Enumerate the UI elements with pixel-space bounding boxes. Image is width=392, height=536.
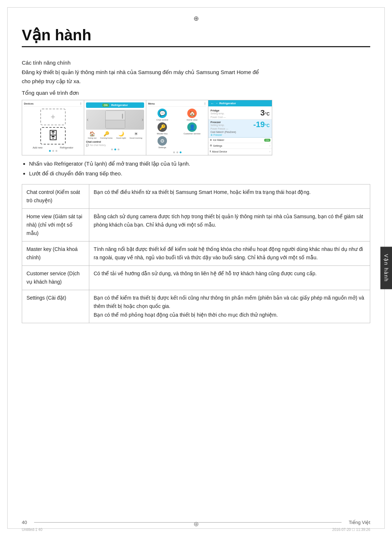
ice-on-badge: ON <box>264 139 270 142</box>
screen1-labels: Add new Refrigerator <box>24 146 82 149</box>
table-row: Master key (Chìa khoá chính) Tính năng n… <box>22 241 370 265</box>
table-row: Settings (Cài đặt) Bạn có thể kiểm tra t… <box>22 290 370 323</box>
freezer-section: Freezer Setting temp. Power Freeze — -19… <box>208 119 272 138</box>
desc-customer-service: Có thể tải về hướng dẫn sử dụng, và thôn… <box>89 266 370 290</box>
desc-line1: Đăng ký thiết bị quản lý thông minh tại … <box>22 68 370 77</box>
page-meta-right: 2016-07-20 ☐ 11:39:26 <box>332 528 370 532</box>
screen-refrigerator: ON Refrigerator ‹ › 🏠 Going out 🔑 Coming… <box>84 100 146 155</box>
settings-icon: ⚙ <box>158 136 167 146</box>
going-out-label: Going out <box>88 137 97 139</box>
about-icon: ℹ <box>210 150 211 153</box>
customer-service-item: 👤 Customer service <box>178 122 206 135</box>
bullet-2: Lướt để di chuyển đến trang tiếp theo. <box>29 169 370 178</box>
home-mode-icons: 🏠 Going out 🔑 Coming home 🌙 Good night ☀… <box>86 131 144 139</box>
refrigerator-dashed: 🗄 <box>40 127 66 145</box>
going-out-icon: 🏠 <box>89 131 95 137</box>
dot-1 <box>111 149 113 150</box>
screen2-on-badge: ON Refrigerator <box>86 102 144 108</box>
add-device-area: + <box>40 109 66 125</box>
menu-grid: 💬 Chat control 🏠 Home view 🔑 Master key … <box>148 109 206 149</box>
term-master-key: Master key (Chìa khoá chính) <box>22 241 89 265</box>
master-key-icon: 🔑 <box>158 122 167 132</box>
dot-1 <box>49 150 51 152</box>
plus-icon: + <box>44 112 62 122</box>
bullet-1: Nhấn vào Refrigerator (Tủ lạnh) để mở tr… <box>29 159 370 168</box>
footer-lang: Tiếng Việt <box>349 520 370 525</box>
freezer-label: Freezer <box>211 121 228 124</box>
screen1-header: Devices ⋮ <box>24 102 82 107</box>
screen3-dots <box>148 151 206 153</box>
good-morning-icon: ☀ <box>134 131 138 137</box>
right-arrow[interactable]: › <box>142 117 143 122</box>
features-heading: Các tính năng chính <box>22 58 370 68</box>
term-chat-control: Chat control (Kiểm soát trò chuyện) <box>22 184 89 208</box>
screen-devices: Devices ⋮ + 🗄 Add new Refrigerator <box>22 100 84 155</box>
home-view-item: 🏠 Home view <box>178 109 206 121</box>
fridge-handle <box>122 114 123 119</box>
fridge-bottom-door <box>106 120 125 128</box>
no-chat-label: 💬 No chat history. <box>86 144 144 147</box>
feature-table: Chat control (Kiểm soát trò chuyện) Bạn … <box>22 184 370 323</box>
power-freeze: Power Freeze — <box>211 127 228 130</box>
chat-control-item: 💬 Chat control <box>148 109 176 121</box>
good-night-label: Good night <box>116 137 126 139</box>
screen-settings: ← ← Refrigerator Fridge Setting temp. Po… <box>208 100 272 155</box>
good-morning-item: ☀ Good morning <box>130 131 142 139</box>
table-row: Home view (Giám sát tại nhà) (chỉ với mộ… <box>22 208 370 241</box>
chat-control-label: Chat control <box>86 141 144 143</box>
chevron-settings: › <box>269 144 270 147</box>
good-morning-label: Good morning <box>130 137 142 139</box>
desc-line2: cho phép truy cập từ xa. <box>22 77 370 86</box>
dot-1 <box>173 151 175 153</box>
page-meta-left: Untitled-1 40 <box>22 528 42 532</box>
good-night-item: 🌙 Good night <box>116 131 126 139</box>
going-out-item: 🏠 Going out <box>88 131 97 139</box>
fridge-icon: 🗄 <box>43 130 63 142</box>
dot-3 <box>180 151 181 153</box>
about-device-item: ℹ About Device › <box>208 149 272 155</box>
fridge-label: Fridge <box>211 109 226 112</box>
term-home-view: Home view (Giám sát tại nhà) (chỉ với mộ… <box>22 208 89 241</box>
freezer-temp: -19°C <box>253 121 270 129</box>
bullet-list: Nhấn vào Refrigerator (Tủ lạnh) để mở tr… <box>22 159 370 178</box>
fridge-temp: 3°C <box>260 109 270 117</box>
screen1-dots <box>24 150 82 152</box>
menu-heading: Tổng quan về trình đơn <box>22 90 370 96</box>
left-arrow[interactable]: ‹ <box>87 117 89 122</box>
home-view-icon: 🏠 <box>187 109 197 118</box>
screen-menu: Menu ⋮ 💬 Chat control 🏠 Home view 🔑 Mast… <box>146 100 208 155</box>
dot-3 <box>56 150 57 152</box>
ice-maker-item: ❄ Ice Maker ON <box>208 138 272 143</box>
back-arrow-icon: ← <box>211 101 214 105</box>
table-row: Chat control (Kiểm soát trò chuyện) Bạn … <box>22 184 370 208</box>
coming-home-item: 🔑 Coming home <box>100 131 113 139</box>
term-settings: Settings (Cài đặt) <box>22 290 89 323</box>
dot-3 <box>118 149 119 150</box>
footer-line <box>34 522 341 523</box>
fridge-image: ‹ › <box>86 110 144 130</box>
on-indicator: ON <box>102 103 109 107</box>
power-cool: Power Cool — <box>211 116 226 118</box>
table-row: Customer service (Dịch vụ khách hàng) Có… <box>22 266 370 290</box>
side-tab: Vận hành <box>380 247 392 289</box>
settings-menu-icon: ⚙ <box>210 144 212 147</box>
ice-icon: ❄ <box>210 139 212 142</box>
top-crosshair: ⊕ <box>22 15 370 23</box>
freezer-badge: ⊕ Freezer <box>211 134 270 137</box>
cool-select: Cool Select+ (FlexZone) <box>211 131 270 133</box>
fridge-sub: Setting temp. <box>211 112 226 115</box>
screen4-header: ← ← Refrigerator <box>208 100 272 106</box>
chat-icon: 💬 <box>86 144 89 147</box>
term-customer-service: Customer service (Dịch vụ khách hàng) <box>22 266 89 290</box>
customer-service-icon: 👤 <box>187 122 197 132</box>
chat-control-icon: 💬 <box>158 109 167 118</box>
settings-item: ⚙ Settings <box>148 136 176 149</box>
dot-2 <box>114 149 116 150</box>
dot-2 <box>52 150 54 152</box>
freezer-sub: Setting temp. <box>211 124 228 126</box>
dot-2 <box>176 151 178 153</box>
bottom-crosshair: ⊕ <box>193 520 199 528</box>
desc-settings: Bạn có thể kiểm tra thiết bị được kết nố… <box>89 290 370 323</box>
fridge-section: Fridge Setting temp. Power Cool — 3°C <box>208 108 272 119</box>
coming-home-label: Coming home <box>100 137 113 139</box>
